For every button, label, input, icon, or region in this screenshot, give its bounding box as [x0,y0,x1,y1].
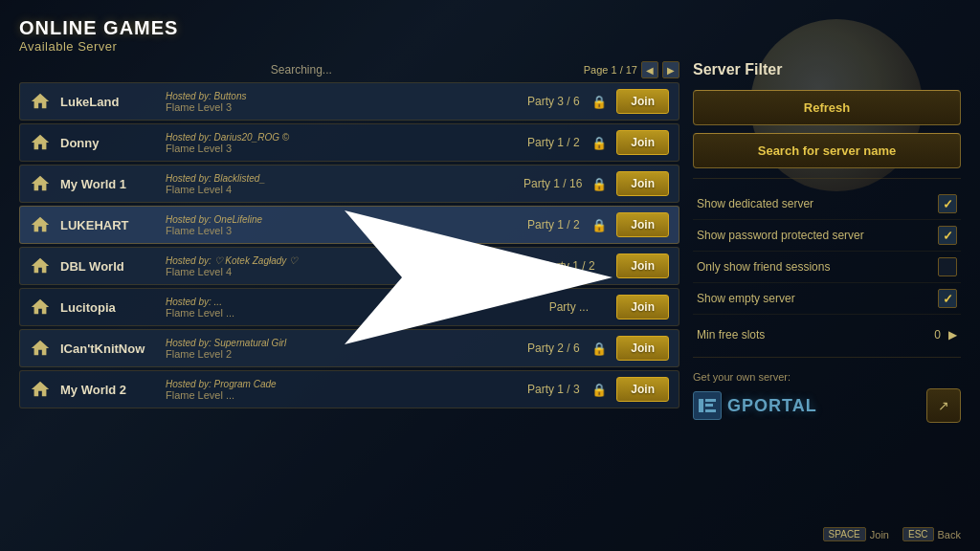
hint-back-label: Back [938,529,961,540]
filter-title: Server Filter [693,61,961,78]
server-row[interactable]: Donny Hosted by: Darius20_ROG © Flame Le… [19,123,679,162]
server-home-icon [30,297,51,318]
filter-panel: Server Filter Refresh Search for server … [693,61,961,523]
server-level: Flame Level 2 [166,348,515,360]
server-home-icon [30,379,51,400]
server-name: Lucitopia [60,300,156,315]
server-party: Party 1 / 2 [540,259,597,273]
join-button[interactable]: Join [616,171,669,196]
server-list: LukeLand Hosted by: Buttons Flame Level … [19,82,679,523]
server-row[interactable]: My World 2 Hosted by: Program Cade Flame… [19,370,679,408]
lock-icon: 🔒 [591,136,607,150]
filter-checkbox[interactable] [938,289,957,308]
server-details: Hosted by: Blacklisted_ Flame Level 4 [166,173,514,195]
filter-option-label: Show password protected server [697,229,864,242]
page-prev-btn[interactable]: ◀ [641,61,658,78]
server-level: Flame Level 3 [166,101,515,113]
server-name: My World 1 [60,177,156,191]
server-home-icon [30,338,51,359]
server-party: Party 2 / 6 [524,342,582,355]
gportal-name: GPORTAL [727,396,817,416]
svg-rect-5 [705,409,716,412]
server-details: Hosted by: ... Flame Level ... [166,297,530,319]
server-row[interactable]: My World 1 Hosted by: Blacklisted_ Flame… [19,165,679,203]
server-party: Party 3 / 6 [524,95,582,108]
server-host: Hosted by: OneLifeline [166,214,515,225]
gportal-external-button[interactable]: ↗ [926,388,961,423]
gportal-icon [693,391,722,420]
page-next-btn[interactable]: ▶ [662,61,679,78]
join-button[interactable]: Join [616,377,669,402]
filter-option-row: Show empty server [693,283,961,315]
server-row[interactable]: LukeLand Hosted by: Buttons Flame Level … [19,82,679,121]
server-host: Hosted by: ♡ Kotek Zagłady ♡ [166,255,530,266]
server-home-icon [30,214,51,235]
server-row[interactable]: LUKEHART Hosted by: OneLifeline Flame Le… [19,206,679,244]
gportal-label: Get your own server: [693,371,961,383]
join-button[interactable]: Join [616,89,669,114]
server-level: Flame Level 4 [166,266,530,277]
page-title: ONLINE GAMES [19,17,961,39]
server-level: Flame Level ... [166,307,530,319]
hint-back: ESC Back [902,527,961,541]
server-level: Flame Level ... [166,389,515,401]
filter-option-label: Show empty server [697,292,795,305]
gportal-section: Get your own server: GPORTAL [693,371,961,423]
lock-icon: 🔒 [591,177,607,191]
server-home-icon [30,173,51,194]
join-button[interactable]: Join [616,295,669,320]
server-row[interactable]: Lucitopia Hosted by: ... Flame Level ...… [19,288,679,326]
filter-checkbox[interactable] [938,226,957,245]
lock-icon: 🔒 [591,218,607,232]
join-button[interactable]: Join [616,336,669,361]
server-party: Party 1 / 16 [523,177,582,190]
server-home-icon [30,91,51,112]
svg-rect-4 [705,404,713,407]
filter-option-row: Show dedicated server [693,188,961,220]
server-party: Party 1 / 2 [524,136,582,149]
bottom-bar: SPACE Join ESC Back [19,523,961,541]
server-row[interactable]: ICan'tKnitNow Hosted by: Supernatural Gi… [19,329,679,367]
refresh-button[interactable]: Refresh [693,90,961,125]
lock-icon: 🔒 [591,342,607,356]
min-free-slots-label: Min free slots [697,328,765,342]
server-name: LUKEHART [60,218,156,232]
min-free-slots-arrow[interactable]: ▶ [948,328,957,342]
hint-join: SPACE Join [823,527,889,541]
server-host: Hosted by: Blacklisted_ [166,173,514,184]
server-level: Flame Level 3 [166,225,515,236]
server-details: Hosted by: Supernatural Girl Flame Level… [166,338,515,360]
filter-option-label: Only show friend sessions [697,260,830,274]
server-details: Hosted by: Buttons Flame Level 3 [166,91,515,113]
lock-icon: 🔒 [591,383,607,397]
join-button[interactable]: Join [616,212,669,237]
server-row[interactable]: DBL World Hosted by: ♡ Kotek Zagłady ♡ F… [19,247,679,285]
server-panel: Searching... Page 1 / 17 ◀ ▶ LukeLand Ho… [19,61,679,523]
server-host: Hosted by: Buttons [166,91,515,101]
filter-option-row: Show password protected server [693,220,961,252]
page-label: Page 1 / 17 [584,64,637,76]
server-details: Hosted by: Darius20_ROG © Flame Level 3 [166,132,515,154]
filter-option-label: Show dedicated server [697,197,813,210]
server-host: Hosted by: Supernatural Girl [166,338,515,348]
esc-key-badge: ESC [902,527,934,541]
filter-checkbox[interactable] [938,194,957,213]
server-host: Hosted by: Program Cade [166,379,515,389]
server-party: Party ... [540,300,597,314]
hint-join-label: Join [870,529,889,540]
join-button[interactable]: Join [616,130,669,155]
page-subtitle: Available Server [19,39,961,54]
server-name: ICan'tKnitNow [60,342,156,356]
server-home-icon [30,255,51,276]
server-host: Hosted by: Darius20_ROG © [166,132,515,143]
header: ONLINE GAMES Available Server [19,17,961,54]
server-name: My World 2 [60,383,156,397]
server-party: Party 1 / 2 [524,218,582,231]
svg-rect-3 [705,399,716,402]
join-button[interactable]: Join [616,253,669,278]
filter-checkbox[interactable] [938,257,957,276]
search-server-button[interactable]: Search for server name [693,133,961,168]
server-name: LukeLand [60,95,156,109]
server-host: Hosted by: ... [166,297,530,307]
pagination: Page 1 / 17 ◀ ▶ [584,61,679,78]
